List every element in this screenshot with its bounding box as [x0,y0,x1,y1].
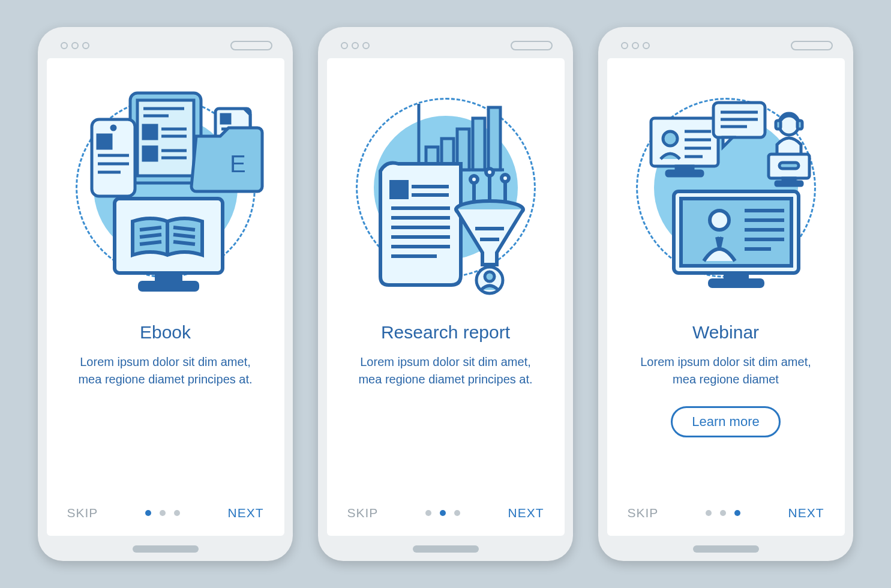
camera-dots-icon [341,42,370,49]
svg-point-15 [112,126,115,130]
svg-rect-79 [681,199,791,266]
pager-dot[interactable] [706,510,712,516]
pager-dot[interactable] [720,510,726,516]
phone-frame: Research report Lorem ipsum dolor sit di… [318,27,573,561]
learn-more-button[interactable]: Learn more [671,406,781,437]
onboarding-screen: Webinar Lorem ipsum dolor sit dim amet, … [607,58,845,536]
svg-rect-76 [776,182,802,185]
svg-point-50 [486,169,493,176]
speaker-pill-icon [511,41,553,50]
svg-point-57 [485,272,494,281]
ebook-illustration: E [67,81,265,297]
phone-frame: E Ebook Lorem ipsum dolor sit di [38,27,293,561]
svg-rect-73 [797,121,802,129]
skip-button[interactable]: SKIP [67,506,98,520]
svg-marker-67 [723,137,733,147]
onboarding-description: Lorem ipsum dolor sit dim amet, mea regi… [350,353,542,388]
svg-rect-11 [98,135,111,148]
pager-dots[interactable] [706,510,740,516]
svg-rect-17 [221,115,230,123]
phone-frame: Webinar Lorem ipsum dolor sit dim amet, … [598,27,853,561]
onboarding-screen: E Ebook Lorem ipsum dolor sit di [47,58,284,536]
svg-line-29 [173,235,195,237]
svg-rect-23 [140,283,197,290]
pager-dot[interactable] [160,510,166,516]
pager-dot[interactable] [174,510,180,516]
onboarding-title: Ebook [140,322,191,343]
pager-dot[interactable] [454,510,460,516]
pager-dot[interactable] [440,510,446,516]
skip-button[interactable]: SKIP [628,506,659,520]
onboarding-title: Webinar [692,322,759,343]
svg-rect-38 [391,182,407,197]
svg-line-28 [173,227,195,230]
camera-dots-icon [61,42,89,49]
onboarding-nav: SKIP NEXT [347,506,544,520]
svg-rect-36 [473,118,485,170]
svg-rect-7 [143,147,157,160]
svg-point-48 [470,176,478,183]
next-button[interactable]: NEXT [227,506,263,520]
home-indicator-icon [693,545,759,553]
svg-rect-4 [143,125,157,139]
camera-dots-icon [621,42,650,49]
onboarding-description: Lorem ipsum dolor sit dim amet, mea regi… [70,353,262,388]
folder-letter: E [230,151,246,177]
phone-topbar [46,39,284,52]
svg-rect-37 [488,107,500,170]
svg-rect-77 [779,163,799,169]
onboarding-nav: SKIP NEXT [628,506,824,520]
svg-point-82 [710,211,729,230]
pager-dot[interactable] [425,510,431,516]
svg-point-52 [502,175,509,182]
svg-point-61 [663,131,677,146]
phone-topbar [326,39,565,52]
svg-line-27 [140,242,161,244]
svg-rect-60 [667,171,703,176]
speaker-pill-icon [791,41,833,50]
speaker-pill-icon [230,41,272,50]
onboarding-title: Research report [381,322,510,343]
webinar-illustration [627,81,825,297]
svg-line-26 [140,235,161,237]
svg-line-25 [140,227,161,230]
next-button[interactable]: NEXT [788,506,824,520]
research-report-illustration [347,81,545,297]
svg-line-30 [173,242,195,244]
svg-rect-81 [710,280,763,286]
onboarding-screen: Research report Lorem ipsum dolor sit di… [327,58,565,536]
pager-dots[interactable] [145,510,180,516]
pager-dots[interactable] [425,510,460,516]
svg-rect-72 [776,121,781,129]
phone-topbar [607,39,845,52]
skip-button[interactable]: SKIP [347,506,379,520]
pager-dot[interactable] [734,510,740,516]
home-indicator-icon [133,545,199,553]
onboarding-description: Lorem ipsum dolor sit dim amet, mea regi… [630,353,822,388]
home-indicator-icon [413,545,479,553]
onboarding-nav: SKIP NEXT [67,506,264,520]
svg-point-71 [779,116,799,135]
next-button[interactable]: NEXT [508,506,544,520]
pager-dot[interactable] [145,510,151,516]
